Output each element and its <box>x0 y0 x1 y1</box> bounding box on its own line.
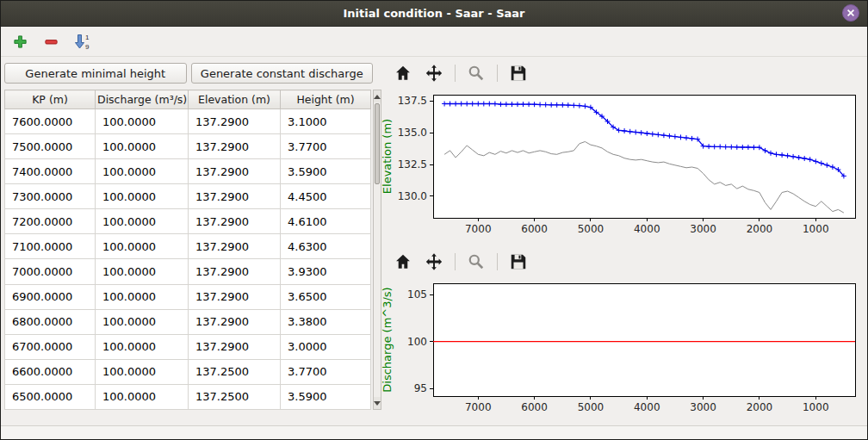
svg-text:130.0: 130.0 <box>398 190 427 202</box>
save-icon <box>509 64 528 83</box>
svg-text:7000: 7000 <box>465 401 492 413</box>
table-cell[interactable]: 137.2900 <box>189 259 281 284</box>
table-cell[interactable]: 3.9300 <box>281 259 371 284</box>
table-cell[interactable]: 3.3800 <box>281 309 371 334</box>
table-cell[interactable]: 137.2500 <box>189 384 281 409</box>
elevation-zoom-button[interactable] <box>463 62 489 84</box>
column-header[interactable]: KP (m) <box>5 90 96 109</box>
elevation-home-button[interactable] <box>390 62 416 84</box>
svg-text:6000: 6000 <box>521 401 548 413</box>
table-cell[interactable]: 6900.0000 <box>5 284 96 309</box>
discharge-zoom-button[interactable] <box>463 251 489 273</box>
table-row: 6500.0000100.0000137.25003.5900 <box>5 384 371 409</box>
elevation-save-button[interactable] <box>505 62 531 84</box>
elevation-plot-toolbar <box>380 60 862 86</box>
titlebar[interactable]: Initial condition - Saar - Saar <box>1 1 867 27</box>
table-cell[interactable]: 3.1000 <box>281 109 371 134</box>
sort-button[interactable]: 1 9 <box>70 30 94 53</box>
table-cell[interactable]: 137.2900 <box>189 209 281 234</box>
svg-text:105: 105 <box>407 288 427 301</box>
remove-row-button[interactable] <box>39 30 63 53</box>
table-row: 7000.0000100.0000137.29003.9300 <box>5 259 371 284</box>
table-cell[interactable]: 137.2900 <box>189 159 281 184</box>
table-cell[interactable]: 137.2900 <box>189 309 281 334</box>
svg-text:Elevation (m): Elevation (m) <box>381 119 394 194</box>
elevation-pan-button[interactable] <box>421 62 447 84</box>
table-cell[interactable]: 137.2900 <box>189 184 281 209</box>
table-vertical-scrollbar[interactable] <box>373 90 381 410</box>
svg-text:3000: 3000 <box>690 223 716 235</box>
initial-condition-table-wrap: KP (m)Discharge (m³/s)Elevation (m)Heigh… <box>4 90 373 410</box>
column-header[interactable]: Discharge (m³/s) <box>96 90 189 109</box>
table-cell[interactable]: 7200.0000 <box>5 209 96 234</box>
svg-text:5000: 5000 <box>578 223 604 235</box>
table-cell[interactable]: 3.7700 <box>281 134 371 159</box>
table-cell[interactable]: 3.6500 <box>281 284 371 309</box>
main-toolbar: 1 9 <box>1 27 867 57</box>
discharge-plot-canvas[interactable]: 700060005000400030002000100095100105Disc… <box>380 277 862 422</box>
table-cell[interactable]: 6600.0000 <box>5 359 96 384</box>
column-header[interactable]: Height (m) <box>281 90 371 109</box>
close-button[interactable] <box>842 4 859 22</box>
generate-minimal-height-button[interactable]: Generate minimal height <box>4 63 187 84</box>
table-cell[interactable]: 100.0000 <box>96 159 189 184</box>
table-cell[interactable]: 100.0000 <box>96 134 189 159</box>
table-cell[interactable]: 137.2900 <box>189 109 281 134</box>
svg-text:2000: 2000 <box>747 401 773 413</box>
table-cell[interactable]: 6800.0000 <box>5 309 96 334</box>
elevation-plot-canvas[interactable]: 7000600050004000300020001000130.0132.513… <box>380 89 862 244</box>
discharge-plot-toolbar <box>380 249 862 275</box>
table-cell[interactable]: 100.0000 <box>96 209 189 234</box>
app-window: Initial condition - Saar - Saar 1 9 <box>0 0 868 440</box>
table-cell[interactable]: 7500.0000 <box>5 134 96 159</box>
add-row-button[interactable] <box>8 30 32 53</box>
table-cell[interactable]: 4.6100 <box>281 209 371 234</box>
table-cell[interactable]: 137.2500 <box>189 359 281 384</box>
table-cell[interactable]: 6700.0000 <box>5 334 96 359</box>
table-cell[interactable]: 6500.0000 <box>5 384 96 409</box>
table-cell[interactable]: 7100.0000 <box>5 234 96 259</box>
table-cell[interactable]: 137.2900 <box>189 284 281 309</box>
discharge-home-button[interactable] <box>390 251 416 273</box>
table-cell[interactable]: 137.2900 <box>189 334 281 359</box>
generate-constant-discharge-button[interactable]: Generate constant discharge <box>191 63 374 84</box>
status-bar <box>1 425 867 439</box>
table-cell[interactable]: 100.0000 <box>96 184 189 209</box>
table-cell[interactable]: 3.5900 <box>281 384 371 409</box>
table-cell[interactable]: 7600.0000 <box>5 109 96 134</box>
table-cell[interactable]: 100.0000 <box>96 284 189 309</box>
table-cell[interactable]: 7000.0000 <box>5 259 96 284</box>
table-cell[interactable]: 3.7700 <box>281 359 371 384</box>
column-header[interactable]: Elevation (m) <box>189 90 281 109</box>
scrollbar-track[interactable] <box>374 102 381 397</box>
table-row: 7200.0000100.0000137.29004.6100 <box>5 209 371 234</box>
table-cell[interactable]: 100.0000 <box>96 234 189 259</box>
svg-text:1000: 1000 <box>803 401 829 413</box>
pan-icon <box>425 64 443 83</box>
discharge-save-button[interactable] <box>505 251 531 273</box>
table-cell[interactable]: 3.5900 <box>281 159 371 184</box>
table-cell[interactable]: 7300.0000 <box>5 184 96 209</box>
toolbar-separator <box>497 253 498 270</box>
table-cell[interactable]: 100.0000 <box>96 109 189 134</box>
zoom-icon <box>467 252 486 271</box>
table-cell[interactable]: 100.0000 <box>96 334 189 359</box>
table-cell[interactable]: 7400.0000 <box>5 159 96 184</box>
right-panel: 7000600050004000300020001000130.0132.513… <box>376 57 867 425</box>
table-cell[interactable]: 137.2900 <box>189 134 281 159</box>
table-cell[interactable]: 100.0000 <box>96 309 189 334</box>
table-cell[interactable]: 137.2900 <box>189 234 281 259</box>
svg-text:7000: 7000 <box>465 223 492 235</box>
table-cell[interactable]: 4.4500 <box>281 184 371 209</box>
table-cell[interactable]: 4.6300 <box>281 234 371 259</box>
discharge-pan-button[interactable] <box>421 251 447 273</box>
table-row: 7500.0000100.0000137.29003.7700 <box>5 134 371 159</box>
table-cell[interactable]: 3.0000 <box>281 334 371 359</box>
generate-buttons-row: Generate minimal height Generate constan… <box>4 63 373 84</box>
table-cell[interactable]: 100.0000 <box>96 259 189 284</box>
table-cell[interactable]: 100.0000 <box>96 384 189 409</box>
content-area: Generate minimal height Generate constan… <box>1 57 867 425</box>
save-icon <box>509 252 528 271</box>
scrollbar-thumb[interactable] <box>375 103 380 184</box>
table-cell[interactable]: 100.0000 <box>96 359 189 384</box>
